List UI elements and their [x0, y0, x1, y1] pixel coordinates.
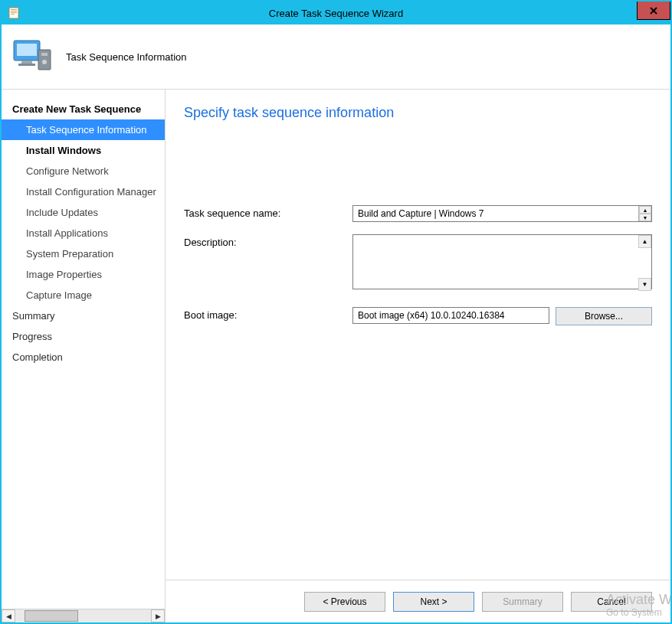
scroll-track[interactable]	[15, 609, 151, 622]
app-icon	[8, 7, 20, 19]
label-boot-image: Boot image:	[184, 307, 352, 321]
nav-item-image-properties[interactable]: Image Properties	[2, 264, 165, 285]
titlebar: Create Task Sequence Wizard	[2, 2, 670, 25]
svg-rect-8	[17, 44, 37, 56]
body: Create New Task SequenceTask Sequence In…	[2, 90, 670, 622]
nav-item-summary[interactable]: Summary	[2, 305, 165, 326]
spin-up-button[interactable]: ▲	[639, 206, 651, 214]
nav-item-capture-image[interactable]: Capture Image	[2, 285, 165, 305]
scroll-thumb[interactable]	[25, 610, 78, 622]
row-task-sequence-name: Task sequence name: ▲ ▼	[184, 205, 652, 222]
nav-item-progress[interactable]: Progress	[2, 326, 165, 347]
task-sequence-name-input[interactable]	[352, 205, 652, 222]
close-icon	[650, 7, 657, 15]
description-textarea[interactable]	[352, 234, 652, 289]
nav-item-system-preparation[interactable]: System Preparation	[2, 243, 165, 264]
scroll-right-button[interactable]: ▶	[151, 609, 165, 622]
description-scrollbar: ▲ ▼	[638, 235, 651, 291]
sidebar-horizontal-scrollbar[interactable]: ◀ ▶	[2, 609, 165, 622]
nav-item-completion[interactable]: Completion	[2, 347, 165, 368]
nav-item-install-applications[interactable]: Install Applications	[2, 223, 165, 243]
row-description: Description: ▲ ▼	[184, 234, 652, 292]
svg-rect-4	[11, 14, 15, 15]
footer: < Previous Next > Summary Cancel Activat…	[166, 580, 670, 622]
svg-rect-1	[11, 9, 17, 10]
nav-item-install-windows[interactable]: Install Windows	[2, 140, 165, 161]
svg-rect-10	[18, 64, 35, 66]
wizard-icon	[12, 38, 55, 77]
content-area: Specify task sequence information Task s…	[166, 90, 670, 580]
svg-point-13	[42, 60, 47, 64]
nav-item-task-sequence-information[interactable]: Task Sequence Information	[2, 119, 165, 140]
cancel-button[interactable]: Cancel	[571, 592, 652, 612]
previous-button[interactable]: < Previous	[304, 592, 385, 612]
wizard-window: Create Task Sequence Wizard Task Sequenc…	[0, 0, 672, 624]
main-panel: Specify task sequence information Task s…	[166, 90, 670, 622]
sidebar: Create New Task SequenceTask Sequence In…	[2, 90, 166, 622]
label-description: Description:	[184, 234, 352, 248]
scroll-left-button[interactable]: ◀	[2, 609, 15, 622]
svg-rect-3	[11, 12, 17, 13]
summary-button[interactable]: Summary	[482, 592, 563, 612]
label-task-sequence-name: Task sequence name:	[184, 205, 352, 219]
nav-item-create-new-task-sequence[interactable]: Create New Task Sequence	[2, 99, 165, 119]
scroll-up-button[interactable]: ▲	[638, 235, 651, 248]
svg-rect-9	[21, 60, 32, 64]
spin-down-button[interactable]: ▼	[639, 214, 651, 221]
nav-item-install-configuration-manager[interactable]: Install Configuration Manager	[2, 181, 165, 202]
header-band: Task Sequence Information	[2, 25, 670, 90]
next-button[interactable]: Next >	[393, 592, 474, 612]
task-sequence-name-spinner: ▲ ▼	[638, 206, 651, 221]
svg-rect-2	[11, 11, 17, 11]
scroll-down-button[interactable]: ▼	[638, 278, 651, 291]
boot-image-field: Boot image (x64) 10.0.10240.16384	[352, 307, 549, 324]
close-button[interactable]	[637, 2, 670, 20]
row-boot-image: Boot image: Boot image (x64) 10.0.10240.…	[184, 307, 652, 325]
window-title: Create Task Sequence Wizard	[2, 8, 670, 19]
browse-button[interactable]: Browse...	[556, 307, 652, 325]
nav-item-include-updates[interactable]: Include Updates	[2, 202, 165, 223]
nav-item-configure-network[interactable]: Configure Network	[2, 161, 165, 181]
page-title: Specify task sequence information	[184, 105, 652, 121]
header-title: Task Sequence Information	[66, 51, 187, 63]
svg-rect-12	[41, 53, 48, 56]
